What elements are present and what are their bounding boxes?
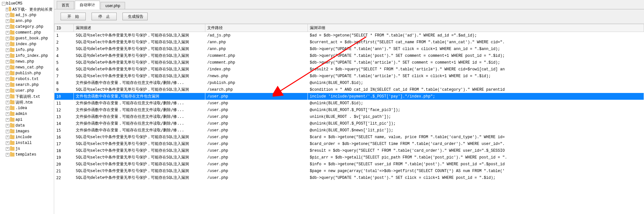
tab[interactable]: 自动审计	[75, 1, 100, 9]
expand-icon[interactable]: +	[6, 118, 9, 122]
folder-icon	[10, 153, 15, 157]
expand-icon[interactable]: +	[6, 72, 9, 75]
table-row[interactable]: 22SQL语句delete中条件变量无单引号保护，可能存在SQL注入漏洞/use…	[54, 174, 644, 181]
tree-item[interactable]: +guest_book.php	[1, 36, 53, 41]
tree-item[interactable]: +ann.php	[1, 18, 53, 24]
tree-item[interactable]: +说明.htm	[1, 99, 53, 105]
table-row[interactable]: 7SQL语句select中条件变量无单引号保护，可能存在SQL注入漏洞/news…	[54, 73, 644, 79]
folder-icon	[10, 54, 15, 58]
expand-icon[interactable]: +	[6, 124, 9, 127]
expand-icon[interactable]: +	[6, 136, 9, 139]
expand-icon[interactable]: +	[6, 66, 9, 69]
tree-item[interactable]: +comment.php	[1, 30, 53, 36]
table-row[interactable]: 2SQL语句select中条件变量无单引号保护，可能存在SQL注入漏洞/ann.…	[54, 39, 644, 46]
tree-item[interactable]: +templates	[1, 152, 53, 158]
expand-icon[interactable]: +	[6, 37, 9, 40]
table-row[interactable]: 18SQL语句select中条件变量无单引号保护，可能存在SQL注入漏洞/use…	[54, 147, 644, 154]
tree-item[interactable]: +user.php	[1, 88, 53, 94]
col-header-id[interactable]: ID	[54, 24, 74, 32]
cell-detail: @unlink(BLUE_ROOT.$_POST['face_pic3']);	[308, 107, 644, 113]
table-row[interactable]: 20SQL语句select中条件变量无单引号保护，可能存在SQL注入漏洞/use…	[54, 161, 644, 168]
table-row[interactable]: 11文件操作函数中存在变量，可能存在任意文件读取/删除/修.../user.ph…	[54, 100, 644, 107]
col-header-detail[interactable]: 漏洞详细	[308, 24, 644, 32]
expand-icon[interactable]: +	[6, 14, 9, 17]
table-row[interactable]: 13文件操作函数中存在变量，可能存在任意文件读取/删除/修.../user.ph…	[54, 113, 644, 120]
table-row[interactable]: 17SQL语句select中条件变量无单引号保护，可能存在SQL注入漏洞/use…	[54, 140, 644, 147]
expand-icon[interactable]: +	[6, 141, 9, 145]
tree-item[interactable]: +A5下载- 更全的站长资	[1, 6, 53, 12]
tree-item-label: api	[15, 117, 23, 122]
tree-item[interactable]: +search.php	[1, 82, 53, 88]
expand-icon[interactable]: +	[6, 112, 9, 116]
table-row[interactable]: 19SQL语句select中条件变量无单引号保护，可能存在SQL注入漏洞/use…	[54, 154, 644, 161]
table-row[interactable]: 15文件操作函数中存在变量，可能存在任意文件读取/删除/修.../user.ph…	[54, 127, 644, 134]
expand-icon[interactable]: +	[6, 43, 9, 46]
table-row[interactable]: 10文件包含函数中存在变量,可能存在文件包含漏洞/user.phpinclude…	[54, 93, 644, 100]
table-row[interactable]: 5SQL语句delete中条件变量无单引号保护，可能存在SQL注入漏洞/comm…	[54, 59, 644, 66]
expand-icon[interactable]: +	[6, 107, 9, 110]
start-button[interactable]: 开 始	[61, 13, 86, 20]
tree-item[interactable]: +install	[1, 140, 53, 146]
tree-item[interactable]: +index.php	[1, 41, 53, 47]
folder-icon	[10, 25, 15, 29]
expand-icon[interactable]: +	[6, 83, 9, 87]
tree-item[interactable]: +robots.txt	[1, 76, 53, 82]
tree-item-label: robots.txt	[15, 77, 39, 81]
tree-item[interactable]: +下载说明.txt	[1, 94, 53, 99]
tree-item[interactable]: +news.php	[1, 59, 53, 65]
generate-report-button[interactable]: 生成报告	[122, 13, 148, 20]
cell-desc: SQL语句select中条件变量无单引号保护，可能存在SQL注入漏洞	[74, 154, 205, 161]
expand-icon[interactable]: +	[6, 48, 9, 52]
tab[interactable]: 首页	[57, 1, 74, 9]
tree-item-label: include	[15, 135, 32, 139]
tree-item[interactable]: +data	[1, 123, 53, 128]
table-row[interactable]: 1SQL语句select中条件变量无单引号保护，可能存在SQL注入漏洞/ad_j…	[54, 32, 644, 39]
tree-item-label: js	[15, 147, 20, 151]
cell-detail: $ad = $db->getone("SELECT * FROM ".table…	[308, 32, 644, 39]
tree-item[interactable]: +ad_js.php	[1, 12, 53, 18]
table-row[interactable]: 8文件操作函数中存在变量，可能存在任意文件读取/删除/修.../publish.…	[54, 79, 644, 86]
tree-item-label: ad_js.php	[15, 13, 36, 17]
cell-path: /user.php	[205, 147, 308, 154]
expand-icon[interactable]: +	[6, 31, 9, 35]
table-row[interactable]: 12文件操作函数中存在变量，可能存在任意文件读取/删除/修.../user.ph…	[54, 107, 644, 113]
tree-item[interactable]: +category.php	[1, 24, 53, 30]
expand-icon[interactable]: +	[6, 77, 9, 81]
col-header-desc[interactable]: 漏洞描述	[74, 24, 205, 32]
tree-item[interactable]: +.idea	[1, 105, 53, 111]
expand-icon[interactable]: +	[6, 54, 9, 58]
expand-icon[interactable]: +	[6, 95, 9, 98]
expand-icon[interactable]: +	[6, 25, 9, 29]
table-row[interactable]: 21SQL语句select中条件变量无单引号保护，可能存在SQL注入漏洞/use…	[54, 168, 644, 174]
expand-icon[interactable]: +	[6, 153, 9, 157]
tree-item[interactable]: +api	[1, 117, 53, 123]
tree-item[interactable]: +info_index.php	[1, 53, 53, 59]
table-row[interactable]: 9SQL语句select中条件变量无单引号保护，可能存在SQL注入漏洞/sear…	[54, 86, 644, 93]
stop-button[interactable]: 停 止	[92, 13, 117, 20]
col-header-path[interactable]: 文件路径	[205, 24, 308, 32]
tree-item[interactable]: +news_cat.php	[1, 65, 53, 70]
tree-item[interactable]: +publish.php	[1, 70, 53, 76]
expand-icon[interactable]: +	[6, 147, 9, 151]
tree-item[interactable]: +images	[1, 128, 53, 134]
tree-item[interactable]: +js	[1, 146, 53, 152]
cell-detail: $condition = " AND cat_id IN(SELECT cat_…	[308, 86, 644, 93]
table-row[interactable]: 16SQL语句select中条件变量无单引号保护，可能存在SQL注入漏洞/use…	[54, 134, 644, 140]
tree-item[interactable]: +include	[1, 134, 53, 140]
tree-item[interactable]: +info.php	[1, 47, 53, 53]
tab[interactable]: user.php	[101, 2, 125, 9]
collapse-icon[interactable]: −	[2, 2, 5, 5]
expand-icon[interactable]: +	[6, 60, 9, 64]
expand-icon[interactable]: +	[6, 89, 9, 93]
expand-icon[interactable]: +	[6, 8, 8, 11]
table-row[interactable]: 3SQL语句delete中条件变量无单引号保护，可能存在SQL注入漏洞/ann.…	[54, 46, 644, 52]
expand-icon[interactable]: +	[6, 101, 9, 104]
tree-item[interactable]: +admin	[1, 111, 53, 117]
expand-icon[interactable]: +	[6, 130, 9, 133]
table-row[interactable]: 4SQL语句delete中条件变量无单引号保护，可能存在SQL注入漏洞/comm…	[54, 52, 644, 59]
cell-desc: 文件操作函数中存在变量，可能存在任意文件读取/删除/修...	[74, 127, 205, 134]
tree-root-node[interactable]: − blueCMS	[1, 1, 53, 6]
expand-icon[interactable]: +	[6, 19, 9, 23]
table-row[interactable]: 14文件操作函数中存在变量，可能存在任意文件读取/删除/修.../user.ph…	[54, 120, 644, 127]
table-row[interactable]: 6SQL语句delete中条件变量无单引号保护，可能存在SQL注入漏洞/inde…	[54, 66, 644, 73]
